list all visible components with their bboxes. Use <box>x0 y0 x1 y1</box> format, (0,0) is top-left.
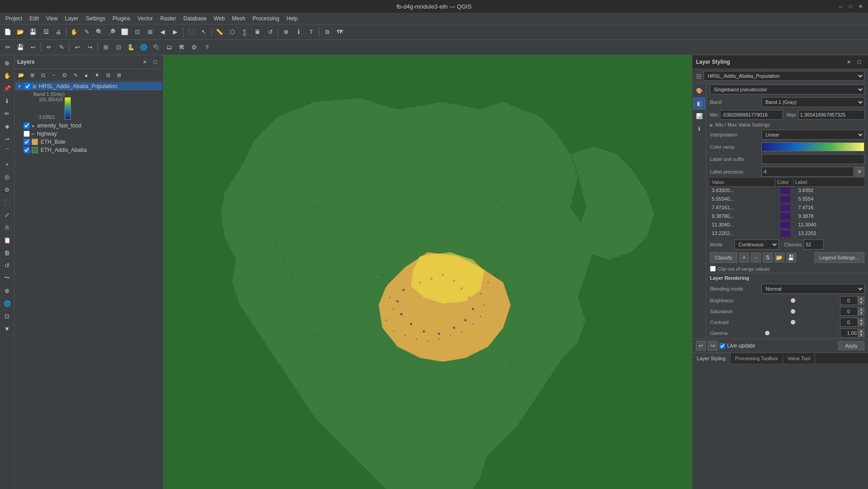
zoom-fwd-btn[interactable]: ▶ <box>169 26 181 38</box>
move-layer-up-btn[interactable]: ▲ <box>81 70 91 80</box>
cell-color-3[interactable] <box>779 204 797 212</box>
browser-btn[interactable]: 🌐 <box>138 42 149 53</box>
color-ramp-preview[interactable] <box>761 142 864 151</box>
edit-toggle-btn[interactable]: ✏ <box>2 42 14 53</box>
open-layer-btn[interactable]: 📂 <box>16 70 26 80</box>
contrast-dn-btn[interactable]: ▼ <box>858 322 864 326</box>
apply-button[interactable]: Apply <box>838 341 864 350</box>
brightness-slider[interactable] <box>748 297 838 304</box>
menu-raster[interactable]: Raster <box>157 14 180 23</box>
menu-help[interactable]: Help <box>283 14 302 23</box>
layers-close-btn[interactable]: ✕ <box>140 57 149 67</box>
fill-ring-btn[interactable]: ⬛ <box>1 196 13 208</box>
gamma-spin-input[interactable] <box>840 329 858 338</box>
layer-item-eth-bole[interactable]: ▶ ETH_Bole <box>15 138 162 146</box>
layer-item-amenity[interactable]: ▶ ● amenity_fast_food <box>15 122 162 130</box>
cell-color-6[interactable] <box>779 230 797 238</box>
measure-area-btn[interactable]: ⬡ <box>226 26 238 38</box>
menu-database[interactable]: Database <box>180 14 210 23</box>
edit2-btn[interactable]: ✏ <box>1 108 13 119</box>
rotate-btn[interactable]: ↺ <box>1 259 13 271</box>
expand-all-btn[interactable]: ⊞ <box>114 70 124 80</box>
contrast-up-btn[interactable]: ▲ <box>858 318 864 322</box>
layer-check-amenity[interactable] <box>23 122 30 129</box>
collapse-all-btn[interactable]: ⊟ <box>103 70 113 80</box>
menu-view[interactable]: View <box>42 14 61 23</box>
undo-styling-btn[interactable]: ↩ <box>696 341 706 351</box>
copy-map-btn[interactable]: ⧉ <box>321 26 333 38</box>
offset-btn[interactable]: ⤢ <box>1 209 13 221</box>
delete-ring-btn[interactable]: ⊘ <box>1 183 13 195</box>
classify-button[interactable]: Classify <box>710 252 737 263</box>
redo-styling-btn[interactable]: ↪ <box>708 341 718 351</box>
plugins2-btn[interactable]: 🔌 <box>150 42 162 53</box>
gamma-dn-btn[interactable]: ▼ <box>858 333 864 337</box>
undo-btn[interactable]: ↩ <box>71 42 83 53</box>
save-edits-btn[interactable]: 💾 <box>14 42 26 53</box>
identify2-btn[interactable]: ℹ <box>1 95 13 107</box>
layers-float-btn[interactable]: ⬡ <box>150 57 160 67</box>
brightness-spin-input[interactable] <box>840 296 858 305</box>
zoom-scale-btn[interactable]: ⊕ <box>280 26 292 38</box>
blending-select[interactable]: Normal Multiply Screen <box>761 284 864 294</box>
reverse-colors-btn[interactable]: ⇅ <box>763 253 773 263</box>
zoom-select-btn[interactable]: ⬜ <box>119 26 131 38</box>
render-icon-layers[interactable]: ◧ <box>693 98 705 109</box>
atlas-btn[interactable]: 🗺 <box>334 26 345 38</box>
layer-name-select[interactable]: HRSL_Addis_Ababa_Population <box>704 71 864 81</box>
remove-layer-btn[interactable]: − <box>49 70 59 80</box>
color-table-scroll[interactable]: 3.63920... 3.6392 5.55540... 5.5554 <box>710 187 864 238</box>
menu-edit[interactable]: Edit <box>26 14 42 23</box>
digitize2-btn[interactable]: ✏ <box>43 42 55 53</box>
web2-btn[interactable]: 🗂 <box>163 42 175 53</box>
right-tab-value[interactable]: Value Tool <box>783 353 815 363</box>
simplify-btn[interactable]: 〜 <box>1 272 13 284</box>
add-ring-btn[interactable]: ◎ <box>1 171 13 183</box>
layer-item-hrsl[interactable]: ▼ ⊞ HRSL_Addis_Ababa_Population <box>15 82 162 90</box>
menu-vector[interactable]: Vector <box>134 14 157 23</box>
zoom-layer-btn[interactable]: ⊡ <box>131 26 143 38</box>
reshape-btn[interactable]: ⌒ <box>1 146 13 157</box>
multi-edit-btn[interactable]: ✎ <box>56 42 67 53</box>
precision-clear-btn[interactable]: ✕ <box>854 167 864 177</box>
redo-btn[interactable]: ↪ <box>84 42 96 53</box>
refresh-btn[interactable]: ↺ <box>264 26 276 38</box>
add-feature-btn[interactable]: + <box>1 158 13 170</box>
split-btn[interactable]: ⊸ <box>1 133 13 145</box>
python-btn[interactable]: 🐍 <box>125 42 137 53</box>
minimize-button[interactable]: – <box>836 2 845 10</box>
contrast-spin-input[interactable] <box>840 318 858 327</box>
right-tab-processing[interactable]: Processing Toolbox <box>731 353 783 363</box>
menu-settings[interactable]: Settings <box>82 14 109 23</box>
classes-input[interactable] <box>803 240 824 249</box>
zoom-out-btn[interactable]: 🔎 <box>106 26 118 38</box>
processing2-btn[interactable]: ⚙ <box>188 42 200 53</box>
brightness-dn-btn[interactable]: ▼ <box>858 301 864 305</box>
cell-color-1[interactable] <box>779 187 797 195</box>
open-project-btn[interactable]: 📂 <box>14 26 26 38</box>
print-btn[interactable]: 🖨 <box>52 26 64 38</box>
touch-pan-btn[interactable]: ✋ <box>1 70 13 81</box>
legend-settings-button[interactable]: Legend Settings... <box>814 252 864 263</box>
min-max-settings-expand[interactable]: ▶ Min / Max Value Settings <box>706 121 868 128</box>
identify-btn[interactable]: ℹ <box>293 26 304 38</box>
new-project-btn[interactable]: 📄 <box>2 26 14 38</box>
text-anno-btn[interactable]: T <box>305 26 317 38</box>
saturation-slider[interactable] <box>748 308 838 315</box>
move-layer-dn-btn[interactable]: ▼ <box>92 70 102 80</box>
layer-item-eth-addis[interactable]: ▶ ETH_Addis_Ababa <box>15 146 162 154</box>
layer-check-eth-addis[interactable] <box>23 147 30 153</box>
render-icon-info[interactable]: ℹ <box>693 123 705 135</box>
menu-plugins[interactable]: Plugins <box>109 14 134 23</box>
saturation-spin-input[interactable] <box>840 307 858 316</box>
annotations-btn[interactable]: 📌 <box>1 82 13 94</box>
close-button[interactable]: ✕ <box>856 2 864 10</box>
calculator-btn[interactable]: 🖩 <box>252 26 263 38</box>
label-precision-input[interactable] <box>761 167 854 177</box>
render-icon-paint[interactable]: 🎨 <box>693 85 705 97</box>
copy-features-btn[interactable]: ⎘ <box>1 221 13 233</box>
rollback-btn[interactable]: ↩ <box>27 42 39 53</box>
cell-color-5[interactable] <box>779 221 797 229</box>
help2-btn[interactable]: ? <box>201 42 213 53</box>
more-btn[interactable]: ▼ <box>1 323 13 334</box>
